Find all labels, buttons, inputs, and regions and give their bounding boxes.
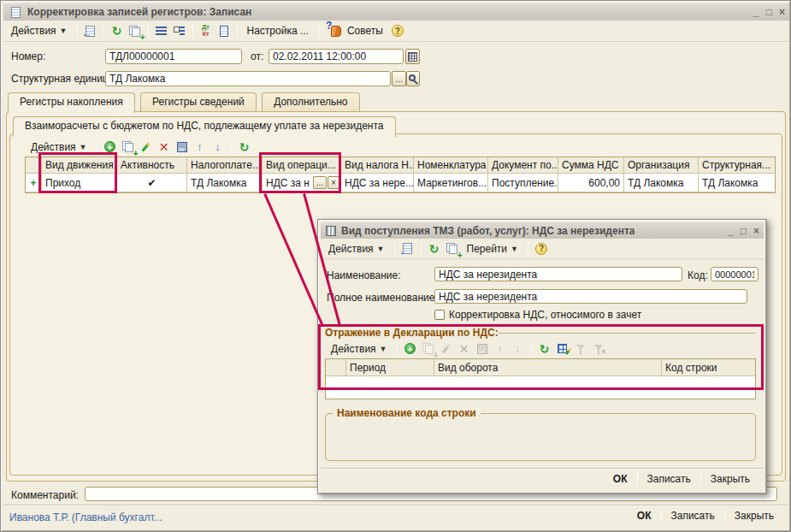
number-input[interactable] <box>105 49 242 64</box>
report-icon[interactable] <box>216 23 232 38</box>
reread-icon[interactable]: ← <box>83 23 98 38</box>
full-name-input[interactable] <box>434 289 747 304</box>
empty-row[interactable] <box>326 376 755 393</box>
col-line-code[interactable]: Код строки <box>662 359 755 376</box>
end-edit-icon[interactable] <box>475 341 490 357</box>
col-vat-amount[interactable]: Сумма НДС <box>558 157 624 174</box>
move-down-icon[interactable]: ↓ <box>210 139 226 155</box>
dialog-button-bar: ОК Записать Закрыть <box>604 471 759 487</box>
help-icon[interactable]: ? <box>390 23 405 38</box>
col-nomenclature[interactable]: Номенклатура <box>414 157 488 174</box>
dialog-ok-button[interactable]: ОК <box>604 471 637 487</box>
delete-row-icon[interactable]: ✕ <box>457 341 472 357</box>
dt-kt-posting-icon[interactable]: ДтКт <box>198 23 214 38</box>
cell-movement[interactable]: Приход <box>42 174 117 192</box>
close-button[interactable]: × <box>779 6 785 18</box>
cell-organization[interactable]: ТД Лакомка <box>624 174 699 192</box>
delete-row-icon[interactable]: ✕ <box>156 139 172 155</box>
end-edit-icon[interactable] <box>174 139 190 155</box>
tab-information-registers[interactable]: Регистры сведений <box>140 92 257 111</box>
declaration-actions-menu-button[interactable]: Действия▼ <box>327 341 392 357</box>
cell-tax-kind[interactable]: НДС за нере... <box>341 174 414 192</box>
col-organization[interactable]: Организация <box>624 157 699 174</box>
main-toolbar: Действия▼ ← ↻ + ДтКт Настройка ... ? Сов… <box>3 21 789 42</box>
date-input[interactable] <box>269 49 404 64</box>
dialog-close-button[interactable]: × <box>753 225 759 237</box>
cell-activity[interactable]: ✔ <box>117 174 187 192</box>
dialog-toolbar: Действия▼ ← ↻ + Перейти▼ ? <box>321 239 764 259</box>
col-taxpayer[interactable]: Налогоплате... <box>187 157 263 174</box>
unit-choose-button[interactable]: ... <box>392 71 406 86</box>
reread-icon[interactable]: ← <box>400 241 416 257</box>
dialog-titlebar[interactable]: Вид поступления ТМЗ (работ, услуг): НДС … <box>321 222 764 239</box>
add-row-icon[interactable]: + <box>403 341 418 357</box>
edit-row-icon[interactable] <box>439 341 454 357</box>
filter-settings-icon[interactable] <box>555 341 570 357</box>
copy-row-icon[interactable]: + <box>421 341 436 357</box>
maximize-button[interactable]: □ <box>766 6 772 18</box>
tab-additional[interactable]: Дополнительно <box>262 92 359 111</box>
minimize-button[interactable]: _ <box>753 6 759 18</box>
move-down-icon[interactable]: ↓ <box>511 341 526 357</box>
refresh-table-icon[interactable]: ↻ <box>237 139 252 155</box>
code-input[interactable] <box>711 267 759 281</box>
move-up-icon[interactable]: ↑ <box>493 341 508 357</box>
cell-operation[interactable]: НДС за н ... × <box>263 174 341 192</box>
col-operation[interactable]: Вид операци... <box>263 157 341 174</box>
calendar-button[interactable] <box>405 49 420 64</box>
copy-add-icon[interactable]: + <box>127 23 143 38</box>
dialog-actions-menu-button[interactable]: Действия▼ <box>324 241 389 257</box>
col-document[interactable]: Документ по... <box>488 157 558 174</box>
col-activity[interactable]: Активность <box>117 157 187 174</box>
dialog-close-button[interactable]: Закрыть <box>701 471 759 487</box>
cell-taxpayer[interactable]: ТД Лакомка <box>187 174 263 192</box>
copy-row-icon[interactable]: + <box>121 139 136 155</box>
unit-open-button[interactable] <box>406 71 420 86</box>
dialog-maximize-button[interactable]: □ <box>741 225 747 237</box>
save-button[interactable]: Записать <box>662 508 724 523</box>
operation-choose-button[interactable]: ... <box>313 176 327 189</box>
col-turnover-kind[interactable]: Вид оборота <box>434 359 662 376</box>
col-tax-kind[interactable]: Вид налога Н... <box>341 157 414 174</box>
settings-button[interactable]: Настройка ... <box>243 23 313 38</box>
hierarchy-list-icon[interactable] <box>154 23 169 38</box>
register-tab[interactable]: Взаиморасчеты с бюджетом по НДС, подлежа… <box>13 116 396 137</box>
help-icon[interactable]: ? <box>534 241 549 257</box>
refresh-icon[interactable]: ↻ <box>109 23 125 38</box>
go-menu-button[interactable]: Перейти▼ <box>463 241 522 257</box>
clear-filter-icon[interactable]: × <box>591 341 606 357</box>
cell-vat-amount[interactable]: 600,00 <box>558 174 624 192</box>
cell-nomenclature[interactable]: Маркетингов... <box>414 174 488 192</box>
dialog-minimize-button[interactable]: _ <box>728 225 734 237</box>
col-period[interactable]: Период <box>346 359 434 376</box>
table-actions-menu-button[interactable]: Действия▼ <box>27 139 91 155</box>
refresh-icon[interactable]: ↻ <box>427 241 442 257</box>
name-input[interactable] <box>434 267 682 281</box>
ok-button[interactable]: ОК <box>628 508 661 523</box>
cell-document[interactable]: Поступление... <box>488 174 558 192</box>
cell-unit[interactable]: ТД Лакомка <box>699 174 776 192</box>
check-list-icon[interactable] <box>172 23 187 38</box>
main-button-bar: ОК Записать Закрыть <box>628 508 783 523</box>
main-titlebar[interactable]: Корректировка записей регистров: Записан… <box>3 3 789 21</box>
declaration-table-header: Период Вид оборота Код строки <box>326 359 755 376</box>
unit-input[interactable] <box>105 71 391 86</box>
dialog-save-button[interactable]: Записать <box>638 471 700 487</box>
close-window-button[interactable]: Закрыть <box>725 508 783 523</box>
edit-row-icon[interactable] <box>139 139 154 155</box>
filter-icon[interactable] <box>573 341 588 357</box>
tab-accumulation-registers[interactable]: Регистры накопления <box>8 92 135 113</box>
declaration-table: Период Вид оборота Код строки <box>325 358 756 399</box>
col-unit[interactable]: Структурная... <box>699 157 776 174</box>
operation-clear-button[interactable]: × <box>328 176 339 189</box>
copy-add-icon[interactable]: + <box>445 241 460 257</box>
add-row-icon[interactable]: + <box>103 139 118 155</box>
refresh-table-icon[interactable]: ↻ <box>537 341 552 357</box>
vat-correction-checkbox[interactable] <box>434 310 445 320</box>
actions-menu-button[interactable]: Действия▼ <box>7 23 72 38</box>
col-movement[interactable]: Вид движения <box>42 157 117 174</box>
full-name-label: Полное наименование: <box>327 292 438 304</box>
tips-button[interactable]: ? Советы <box>324 21 387 40</box>
move-up-icon[interactable]: ↑ <box>192 139 208 155</box>
table-row[interactable]: + Приход ✔ ТД Лакомка НДС за н ... × НДС… <box>26 174 775 192</box>
